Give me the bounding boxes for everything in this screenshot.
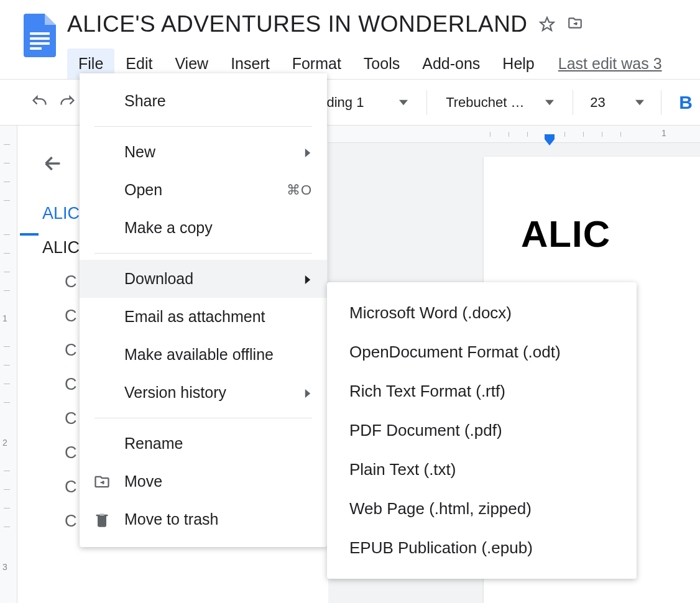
font-size-select[interactable]: 23 [583, 88, 651, 117]
toolbar-separator [573, 90, 573, 115]
menu-move-to-trash[interactable]: Move to trash [80, 500, 327, 538]
bold-button[interactable]: B [671, 92, 700, 113]
undo-button[interactable] [27, 90, 51, 116]
menu-label: Make a copy [124, 219, 213, 237]
svg-marker-1 [399, 99, 408, 104]
download-html[interactable]: Web Page (.html, zipped) [327, 489, 637, 528]
menu-divider [94, 253, 312, 254]
ruler-number: 3 [2, 562, 7, 572]
chevron-right-icon [303, 270, 312, 288]
menu-tools[interactable]: Tools [352, 48, 411, 79]
toolbar-separator [661, 90, 661, 115]
folder-move-icon [93, 473, 111, 490]
svg-marker-0 [540, 17, 554, 30]
download-docx[interactable]: Microsoft Word (.docx) [327, 293, 637, 333]
file-menu-dropdown: Share New Open ⌘O Make a copy Download E… [80, 73, 327, 547]
download-pdf[interactable]: PDF Document (.pdf) [327, 411, 637, 450]
collapse-outline-button[interactable] [42, 153, 67, 178]
page-heading: ALIC [521, 213, 700, 255]
chevron-down-icon [545, 94, 554, 111]
svg-marker-4 [545, 134, 555, 145]
menu-rename[interactable]: Rename [80, 425, 327, 463]
redo-button[interactable] [56, 90, 80, 116]
menu-make-offline[interactable]: Make available offline [80, 336, 327, 374]
font-size-value: 23 [590, 94, 605, 111]
menu-label: Rename [124, 435, 183, 453]
menu-version-history[interactable]: Version history [80, 374, 327, 412]
trash-icon [93, 511, 111, 528]
download-rtf[interactable]: Rich Text Format (.rtf) [327, 372, 637, 411]
menu-label: Make available offline [124, 346, 274, 364]
menu-new[interactable]: New [80, 133, 327, 171]
last-edit-link[interactable]: Last edit was 3 [558, 48, 662, 79]
menu-download[interactable]: Download [80, 260, 327, 298]
menu-move[interactable]: Move [80, 463, 327, 500]
menu-label: Open [124, 181, 162, 199]
download-txt[interactable]: Plain Text (.txt) [327, 450, 637, 489]
move-to-folder-icon[interactable] [566, 15, 584, 34]
indent-marker-icon[interactable] [545, 134, 555, 148]
menu-label: Download [124, 270, 193, 288]
svg-marker-6 [305, 275, 310, 284]
menu-label: New [124, 143, 155, 161]
vertical-ruler: 1 2 3 [0, 126, 17, 603]
chevron-right-icon [303, 384, 312, 402]
svg-marker-7 [305, 389, 310, 398]
ruler-number: 1 [2, 313, 7, 323]
download-submenu: Microsoft Word (.docx) OpenDocument Form… [327, 282, 637, 579]
svg-marker-2 [545, 99, 554, 104]
menu-label: Share [124, 92, 166, 110]
chevron-down-icon [635, 94, 644, 111]
svg-marker-5 [305, 149, 310, 157]
menu-open[interactable]: Open ⌘O [80, 171, 327, 209]
menu-divider [94, 126, 312, 127]
menu-label: Move [124, 472, 162, 490]
chevron-right-icon [303, 143, 312, 161]
font-family-select[interactable]: Trebuchet … [437, 88, 562, 117]
font-family-label: Trebuchet … [446, 94, 524, 111]
chevron-down-icon [399, 94, 408, 111]
toolbar-separator [426, 90, 427, 115]
document-title[interactable]: ALICE'S ADVENTURES IN WONDERLAND [67, 11, 528, 37]
menu-share[interactable]: Share [80, 82, 327, 120]
docs-logo-icon[interactable] [24, 14, 56, 57]
keyboard-shortcut: ⌘O [287, 182, 312, 198]
menu-label: Move to trash [124, 510, 218, 528]
outline-active-indicator [20, 233, 39, 236]
download-odt[interactable]: OpenDocument Format (.odt) [327, 333, 637, 372]
ruler-number: 2 [2, 438, 7, 448]
horizontal-ruler: 1 [328, 126, 700, 143]
ruler-number: 1 [661, 128, 666, 138]
menu-addons[interactable]: Add-ons [411, 48, 491, 79]
svg-marker-3 [635, 99, 644, 104]
menu-email-attachment[interactable]: Email as attachment [80, 298, 327, 336]
menu-label: Version history [124, 384, 226, 402]
star-icon[interactable] [539, 16, 555, 32]
download-epub[interactable]: EPUB Publication (.epub) [327, 528, 637, 568]
menu-divider [94, 418, 312, 418]
app-header: ALICE'S ADVENTURES IN WONDERLAND File Ed… [0, 0, 700, 80]
menu-help[interactable]: Help [491, 48, 545, 79]
menu-make-copy[interactable]: Make a copy [80, 209, 327, 247]
menu-label: Email as attachment [124, 308, 265, 326]
